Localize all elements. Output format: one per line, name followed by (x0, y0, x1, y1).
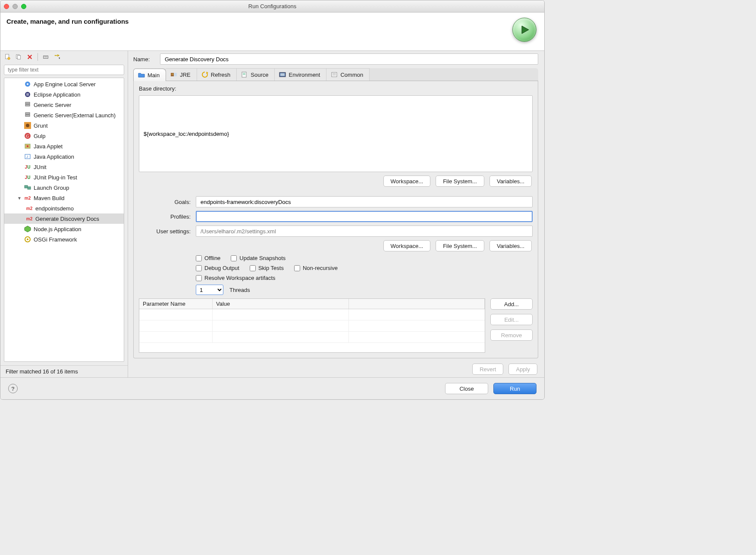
profiles-input[interactable] (196, 211, 533, 222)
duplicate-config-icon[interactable] (14, 53, 23, 61)
dialog-body: ▾ App Engine Local ServerEclipse Applica… (0, 51, 544, 377)
tree-item-label: Generic Server (34, 102, 71, 108)
params-header: Parameter Name Value (139, 299, 485, 309)
user-settings-input[interactable] (196, 226, 533, 237)
params-add-button[interactable]: Add... (490, 298, 533, 310)
run-button[interactable]: Run (493, 383, 536, 394)
tree-item-label: Eclipse Application (34, 91, 80, 98)
base-workspace-button[interactable]: Workspace... (383, 176, 431, 187)
collapse-all-icon[interactable] (41, 53, 50, 61)
tree-item[interactable]: m2Generate Discovery Docs (4, 213, 124, 224)
close-button[interactable]: Close (445, 383, 488, 394)
common-icon (331, 71, 338, 78)
eclipse-icon (24, 91, 31, 98)
tree-item-label: JUnit (34, 164, 47, 170)
svg-point-24 (27, 145, 28, 147)
threads-label: Threads (229, 287, 250, 293)
profiles-label: Profiles: (139, 213, 191, 220)
new-config-icon[interactable] (3, 53, 12, 61)
tree-item[interactable]: Node.js Application (4, 224, 124, 234)
tab-main-content: Base directory: Workspace... File System… (133, 81, 538, 358)
junit-icon: JU (24, 163, 31, 170)
tabbar: Main JRE Refresh (133, 68, 538, 81)
tree-item-label: Launch Group (34, 185, 69, 191)
svg-point-13 (27, 83, 28, 85)
tree-item[interactable]: OSGi Framework (4, 234, 124, 245)
svg-marker-29 (25, 226, 31, 232)
tree-item[interactable]: JUJUnit Plug-in Test (4, 172, 124, 182)
svg-marker-0 (522, 26, 529, 34)
tree-item[interactable]: Java Applet (4, 141, 124, 151)
svg-rect-40 (280, 73, 285, 76)
svg-point-20 (26, 124, 29, 127)
tree-item[interactable]: Eclipse Application (4, 89, 124, 100)
tree-item[interactable]: JJava Application (4, 151, 124, 162)
delete-config-icon[interactable] (25, 53, 34, 61)
resolve-workspace-checkbox[interactable]: Resolve Workspace artifacts (196, 275, 276, 281)
skip-tests-checkbox[interactable]: Skip Tests (250, 265, 284, 271)
junit-icon: JU (24, 174, 31, 181)
offline-checkbox[interactable]: Offline (196, 255, 220, 261)
tree-item[interactable]: ▼m2Maven Build (4, 193, 124, 203)
tree-item[interactable]: JUJUnit (4, 162, 124, 172)
apply-button: Apply (508, 364, 537, 375)
tree-item[interactable]: Grunt (4, 120, 124, 131)
filter-input[interactable] (4, 65, 124, 75)
tree-item-label: Node.js Application (34, 226, 82, 232)
table-row[interactable] (139, 309, 485, 320)
tab-environment[interactable]: Environment (275, 68, 326, 81)
settings-workspace-button[interactable]: Workspace... (383, 240, 431, 251)
jre-icon (170, 71, 177, 78)
tree-item[interactable]: App Engine Local Server (4, 79, 124, 89)
tab-jre[interactable]: JRE (166, 68, 197, 81)
tab-refresh[interactable]: Refresh (197, 68, 237, 81)
debug-output-checkbox[interactable]: Debug Output (196, 265, 239, 271)
tree-item[interactable]: m2endpointsdemo (4, 203, 124, 213)
tree-item-label: Maven Build (34, 195, 65, 201)
svg-rect-18 (25, 115, 30, 116)
tree-item[interactable]: Launch Group (4, 182, 124, 193)
tab-main[interactable]: Main (133, 69, 166, 81)
refresh-icon (201, 71, 208, 78)
dialog-footer: ? Close Run (0, 377, 544, 399)
svg-text:J: J (26, 155, 28, 159)
update-snapshots-checkbox[interactable]: Update Snapshots (231, 255, 285, 261)
name-label: Name: (133, 56, 155, 63)
grunt-icon (24, 122, 31, 129)
tree-item-label: Grunt (34, 122, 48, 129)
params-remove-button: Remove (490, 329, 533, 341)
tree-item[interactable]: GGulp (4, 131, 124, 141)
params-table[interactable]: Parameter Name Value (139, 298, 485, 353)
base-variables-button[interactable]: Variables... (489, 176, 532, 187)
tab-common[interactable]: Common (326, 68, 370, 81)
user-settings-label: User settings: (139, 228, 191, 235)
table-row[interactable] (139, 320, 485, 332)
m2-icon: m2 (26, 205, 33, 212)
name-input[interactable] (160, 53, 538, 65)
window-title: Run Configurations (0, 3, 544, 9)
goals-label: Goals: (139, 199, 191, 205)
tree-item[interactable]: Generic Server (4, 100, 124, 110)
m2-icon: m2 (24, 194, 31, 201)
source-icon (241, 71, 248, 78)
settings-filesystem-button[interactable]: File System... (436, 240, 484, 251)
tree-item-label: Gulp (34, 133, 45, 139)
table-row[interactable] (139, 332, 485, 343)
config-tree[interactable]: App Engine Local ServerEclipse Applicati… (4, 78, 124, 362)
svg-rect-16 (25, 104, 30, 106)
gulp-icon: G (24, 132, 31, 139)
run-orb-icon (512, 18, 536, 42)
base-directory-input[interactable] (139, 95, 533, 172)
non-recursive-checkbox[interactable]: Non-recursive (294, 265, 338, 271)
settings-variables-button[interactable]: Variables... (489, 240, 532, 251)
help-icon[interactable]: ? (8, 384, 18, 393)
tree-item-label: Generate Discovery Docs (35, 216, 99, 222)
threads-select[interactable]: 1 (196, 285, 223, 295)
left-pane: ▾ App Engine Local ServerEclipse Applica… (0, 51, 128, 377)
goals-input[interactable] (196, 196, 533, 207)
params-edit-button: Edit... (490, 314, 533, 325)
filter-menu-icon[interactable]: ▾ (53, 53, 61, 61)
tree-item[interactable]: Generic Server(External Launch) (4, 110, 124, 120)
base-filesystem-button[interactable]: File System... (436, 176, 484, 187)
tab-source[interactable]: Source (237, 68, 275, 81)
